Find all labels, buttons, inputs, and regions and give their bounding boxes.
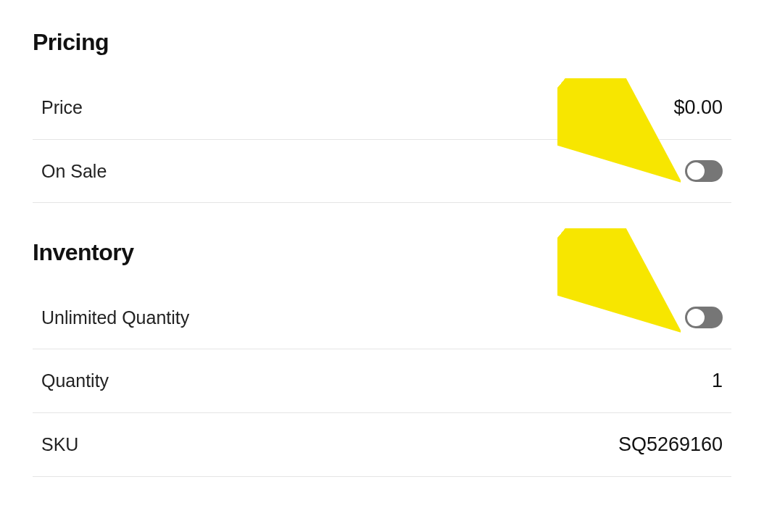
unlimited-quantity-row: Unlimited Quantity [33, 286, 731, 349]
quantity-row[interactable]: Quantity 1 [33, 349, 731, 413]
on-sale-row: On Sale [33, 140, 731, 203]
price-label: Price [41, 97, 83, 118]
sku-label: SKU [41, 434, 78, 455]
toggle-knob [687, 309, 705, 326]
inventory-section: Inventory Unlimited Quantity Quantity 1 … [33, 239, 731, 477]
on-sale-label: On Sale [41, 161, 107, 182]
price-value: $0.00 [673, 96, 723, 119]
sku-row[interactable]: SKU SQ5269160 [33, 413, 731, 477]
on-sale-toggle[interactable] [685, 160, 723, 182]
sku-value: SQ5269160 [618, 433, 723, 456]
pricing-section: Pricing Price $0.00 On Sale [33, 29, 731, 203]
pricing-title: Pricing [33, 29, 731, 56]
quantity-label: Quantity [41, 370, 109, 391]
unlimited-quantity-toggle[interactable] [685, 307, 723, 328]
toggle-knob [687, 162, 705, 180]
unlimited-quantity-label: Unlimited Quantity [41, 307, 189, 328]
price-row[interactable]: Price $0.00 [33, 76, 731, 140]
inventory-title: Inventory [33, 239, 731, 266]
quantity-value: 1 [712, 370, 723, 392]
